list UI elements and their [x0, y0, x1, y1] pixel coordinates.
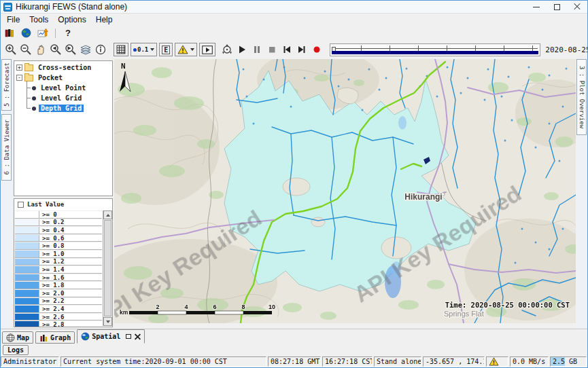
legend-row[interactable]: >= 0.8	[15, 242, 102, 250]
legend-row[interactable]: >= 2.0	[15, 289, 102, 297]
legend-row[interactable]: >= 1.4	[15, 265, 102, 274]
record-button[interactable]	[309, 42, 324, 57]
classbreak-dot-icon	[133, 48, 137, 52]
layers-button[interactable]	[78, 42, 92, 57]
close-button[interactable]	[567, 1, 587, 13]
tree-item-depth-grid[interactable]: Depth Grid	[14, 103, 112, 113]
stop-button[interactable]	[264, 42, 279, 57]
legend-swatch	[15, 321, 39, 327]
legend-scrollbar[interactable]	[103, 210, 112, 326]
last-value-checkbox[interactable]	[18, 202, 24, 208]
tree-item-cross-section[interactable]: +Cross-section	[14, 62, 112, 73]
chart-export-button[interactable]	[37, 27, 48, 39]
zoom-previous-button[interactable]	[48, 42, 63, 57]
maximize-button[interactable]	[547, 1, 567, 13]
tab-graph[interactable]: Graph	[35, 331, 75, 344]
animation-clock-icon	[221, 43, 233, 56]
info-button[interactable]	[93, 42, 107, 57]
folder-icon	[24, 65, 33, 71]
chevron-down-icon	[150, 48, 154, 51]
legend-row[interactable]: >= 0.2	[15, 219, 102, 227]
maximize-icon	[554, 4, 560, 10]
dock-tab-3-plot-overview[interactable]: 3 : Plot Overview	[576, 59, 587, 135]
animation-settings-button[interactable]	[220, 42, 234, 57]
zoom-previous-icon	[50, 43, 62, 56]
help-button[interactable]: ?	[63, 28, 73, 38]
grid-display-button[interactable]	[114, 43, 128, 56]
legend-row[interactable]: >= 1.2	[15, 258, 102, 266]
legend-label: >= 2.6	[39, 314, 65, 320]
zoom-next-button[interactable]	[63, 42, 77, 57]
legend-label: >= 1.8	[39, 282, 65, 289]
scroll-up-button[interactable]	[103, 210, 112, 219]
layers-icon	[80, 43, 92, 56]
minimize-button[interactable]	[526, 1, 547, 13]
step-back-icon	[281, 44, 292, 55]
legend-row[interactable]: >= 1.0	[15, 250, 102, 258]
legend-label: >= 1.6	[39, 274, 65, 281]
svg-text:6: 6	[213, 303, 216, 310]
tree-item-pocket[interactable]: -Pocket	[14, 73, 112, 83]
legend-swatch	[15, 298, 39, 305]
step-forward-button[interactable]	[294, 42, 309, 57]
map-display-button[interactable]	[20, 27, 32, 39]
play-button[interactable]	[235, 42, 249, 57]
step-back-button[interactable]	[279, 42, 294, 57]
window-title: Hikurangi FEWS (Stand alone)	[16, 2, 127, 12]
restore-icon[interactable]	[126, 334, 131, 339]
tree-item-level-point[interactable]: Level Point	[14, 83, 112, 93]
title-bar: Hikurangi FEWS (Stand alone)	[1, 1, 587, 14]
timeline-slider[interactable]	[330, 43, 540, 56]
pause-button[interactable]	[249, 42, 264, 57]
zoom-in-button[interactable]	[3, 42, 18, 57]
menu-item-options[interactable]: Options	[53, 14, 90, 25]
legend-row[interactable]: >= 1.8	[15, 281, 102, 289]
legend-label: >= 2.8	[39, 321, 65, 327]
dock-tab-5-forecast[interactable]: 5 : Forecast	[1, 59, 12, 111]
legend-row[interactable]: >= 0	[15, 210, 102, 219]
legend-swatch	[15, 235, 39, 242]
threshold-value: 0.1	[137, 46, 148, 53]
pan-button[interactable]	[33, 42, 48, 57]
bullet-icon	[32, 96, 36, 100]
menu-item-file[interactable]: File	[2, 14, 24, 25]
database-button[interactable]	[4, 27, 16, 39]
menu-item-tools[interactable]: Tools	[24, 14, 53, 25]
folder-icon	[24, 75, 33, 81]
legend-row[interactable]: >= 2.2	[15, 297, 102, 306]
thresholds-warning-dropdown[interactable]	[175, 43, 197, 56]
tab-spatial[interactable]: Spatial	[77, 329, 145, 344]
tree-expander-icon[interactable]: -	[16, 75, 22, 81]
scroll-down-button[interactable]	[103, 317, 112, 326]
legend-row[interactable]: >= 2.8	[15, 320, 102, 327]
tree-item-level-grid[interactable]: Level Grid	[14, 93, 112, 103]
legend-row[interactable]: >= 2.6	[15, 313, 102, 321]
legend-row[interactable]: >= 0.6	[15, 234, 102, 242]
legend-row[interactable]: >= 0.4	[15, 226, 102, 234]
legend-label: >= 0.6	[39, 235, 65, 242]
tab-map[interactable]: Map	[2, 331, 33, 344]
map-container: API Key Required API Key Required Hikura…	[114, 59, 576, 329]
dock-tab-6-data-viewer[interactable]: 6 : Data Viewer	[1, 114, 12, 181]
legend-row[interactable]: >= 1.6	[15, 274, 102, 282]
zoom-out-button[interactable]	[18, 42, 33, 57]
status-user: Administrator	[1, 356, 59, 367]
tree-expander-icon[interactable]: +	[16, 65, 22, 71]
close-icon[interactable]	[135, 333, 141, 339]
movie-button[interactable]	[199, 43, 215, 56]
left-dock-strip: 5 : Forecast6 : Data Viewer	[1, 59, 12, 329]
legend-panel: Last Value >= 0>= 0.2>= 0.4>= 0.6>= 0.8>…	[14, 198, 113, 327]
threshold-dropdown[interactable]: 0.1	[131, 43, 157, 56]
menu-item-help[interactable]: Help	[91, 14, 118, 25]
logs-button[interactable]: Logs	[3, 345, 29, 355]
globe-icon	[21, 28, 31, 38]
map-canvas[interactable]: API Key Required API Key Required Hikura…	[114, 59, 576, 323]
legend-row[interactable]: >= 2.4	[15, 305, 102, 313]
legend-swatch	[15, 314, 39, 320]
status-gmt-time: 08:27:18 GMT	[268, 356, 321, 367]
logs-row: Logs	[1, 344, 587, 356]
spatial-globe-icon	[81, 332, 90, 341]
legend-label: >= 0.4	[39, 227, 65, 234]
profile-button[interactable]: E	[159, 43, 173, 56]
scroll-thumb[interactable]	[104, 220, 111, 316]
